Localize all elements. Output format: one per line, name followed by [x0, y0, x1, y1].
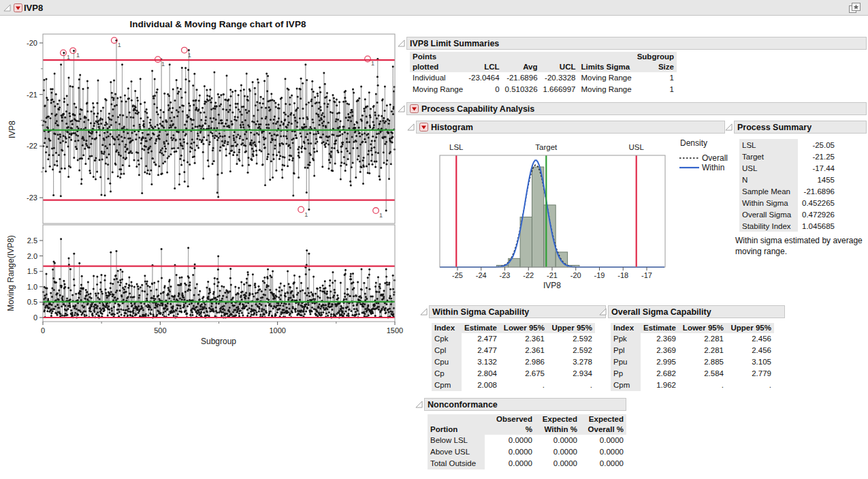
cell: Cpm	[432, 380, 462, 391]
cell: 2.675	[500, 368, 547, 380]
svg-text:1: 1	[67, 54, 70, 61]
section-title: Within Sigma Capability	[432, 307, 529, 317]
svg-text:0.5: 0.5	[27, 298, 37, 306]
section-title: Histogram	[431, 123, 473, 132]
cell: 1	[634, 72, 677, 84]
cell: 2.779	[726, 368, 774, 380]
cell: 1455	[798, 174, 837, 185]
red-triangle-menu-icon[interactable]	[419, 123, 428, 132]
cell: 0.0000	[580, 446, 626, 458]
col-header: Observed %	[485, 414, 535, 435]
section-within-capability[interactable]: Within Sigma Capability	[420, 305, 606, 319]
cell: LSL	[739, 139, 798, 151]
cell: 2.804	[462, 368, 500, 380]
cell: Cpm	[611, 380, 641, 391]
section-histogram[interactable]: Histogram	[407, 120, 725, 134]
svg-text:1.5: 1.5	[27, 267, 37, 275]
cell: 0.472926	[798, 208, 837, 220]
svg-text:2.5: 2.5	[27, 236, 37, 245]
capability-histogram[interactable]: LSLTargetUSL-25-24-23-22-21-20-19-18-17I…	[408, 136, 734, 296]
red-triangle-menu-icon[interactable]	[410, 104, 419, 113]
col-header: Lower 95%	[500, 323, 547, 333]
report-title-bar[interactable]: IVP8	[0, 0, 868, 16]
col-header: Portion	[428, 414, 485, 435]
cell: 2.369	[641, 333, 679, 345]
cell: -17.44	[798, 162, 837, 174]
cell: Cp	[432, 368, 462, 380]
cell: Cpl	[432, 345, 462, 356]
svg-text:1000: 1000	[269, 326, 285, 335]
col-header: Estimate	[641, 323, 679, 333]
section-process-capability[interactable]: Process Capability Analysis	[398, 102, 867, 116]
cell: -21.6896	[798, 185, 837, 197]
table-row: Cpl2.4772.3612.592	[432, 345, 595, 356]
col-header: Expected Within %	[535, 414, 580, 435]
table-row: Cpm1.962..	[611, 380, 774, 391]
cell: Moving Range	[579, 72, 634, 84]
nonconformance-table: Portion Observed % Expected Within % Exp…	[428, 414, 626, 469]
table-row: Within Sigma0.452265	[739, 197, 837, 208]
cell: 0.0000	[535, 435, 580, 446]
disclosure-triangle-icon[interactable]	[407, 123, 415, 131]
disclosure-triangle-icon[interactable]	[3, 4, 11, 12]
table-row: Ppk2.3692.2812.456	[611, 333, 774, 345]
cell: 2.584	[679, 368, 726, 380]
table-row: Overall Sigma0.472926	[739, 208, 837, 220]
section-overall-capability[interactable]: Overall Sigma Capability	[599, 305, 785, 319]
disclosure-triangle-icon[interactable]	[415, 401, 423, 408]
cell: Moving Range	[410, 84, 466, 95]
col-header: Upper 95%	[547, 323, 595, 333]
svg-text:1: 1	[76, 52, 80, 59]
cell: .	[547, 380, 595, 391]
red-triangle-menu-icon[interactable]	[14, 3, 22, 12]
svg-text:Target: Target	[535, 143, 558, 151]
window-layers-icon[interactable]	[848, 2, 862, 16]
section-limit-summaries[interactable]: IVP8 Limit Summaries	[398, 36, 867, 50]
cell: -25.05	[798, 139, 837, 151]
table-row: Sample Mean-21.6896	[739, 185, 837, 197]
svg-text:USL: USL	[629, 143, 645, 151]
limit-summaries-table: Points plotted LCL Avg UCL Limits Sigma …	[410, 52, 677, 95]
svg-text:LSL: LSL	[449, 143, 464, 151]
disclosure-triangle-icon[interactable]	[599, 308, 607, 315]
svg-text:-18: -18	[617, 271, 628, 279]
cell: Individual	[410, 72, 466, 84]
disclosure-triangle-icon[interactable]	[398, 40, 405, 47]
table-row: Ppu2.9952.8853.105	[611, 356, 774, 368]
col-header: Points plotted	[410, 52, 466, 72]
col-header: UCL	[541, 52, 579, 72]
cell: 2.592	[547, 345, 595, 356]
cell: Sample Mean	[739, 185, 798, 197]
col-header: LCL	[466, 52, 502, 72]
svg-text:-20: -20	[27, 39, 37, 47]
svg-text:Subgroup: Subgroup	[201, 337, 236, 346]
disclosure-triangle-icon[interactable]	[725, 123, 733, 131]
table-header-row: Portion Observed % Expected Within % Exp…	[428, 414, 626, 435]
section-title: Process Capability Analysis	[421, 104, 534, 114]
svg-text:-20: -20	[570, 271, 581, 279]
cell: 2.281	[679, 345, 726, 356]
cell: 2.986	[500, 356, 547, 368]
cell: 0.452265	[798, 197, 837, 208]
ir-mr-control-chart[interactable]: 11111111-20-21-22-2300.51.01.52.02.50500…	[0, 0, 405, 354]
cell: Overall Sigma	[739, 208, 798, 220]
table-row: Cpu3.1322.9863.278	[432, 356, 595, 368]
disclosure-triangle-icon[interactable]	[420, 308, 428, 315]
section-nonconformance[interactable]: Nonconformance	[415, 397, 626, 412]
svg-text:0: 0	[33, 313, 37, 322]
svg-text:2.0: 2.0	[27, 252, 37, 260]
table-row: Moving Range 0 0.510326 1.666997 Moving …	[410, 84, 677, 95]
svg-text:1500: 1500	[387, 326, 403, 335]
section-process-summary[interactable]: Process Summary	[725, 120, 867, 134]
table-row: Ppl2.3692.2812.456	[611, 345, 774, 356]
cell: 2.361	[500, 333, 547, 345]
cell: Cpk	[432, 333, 462, 345]
disclosure-triangle-icon[interactable]	[398, 105, 405, 112]
col-header: Limits Sigma	[579, 52, 634, 72]
section-title: Process Summary	[737, 123, 811, 132]
col-header: Avg	[502, 52, 541, 72]
cell: 1.666997	[541, 84, 579, 95]
cell: Moving Range	[579, 84, 634, 95]
cell: Pp	[611, 368, 641, 380]
svg-text:0: 0	[41, 326, 45, 335]
